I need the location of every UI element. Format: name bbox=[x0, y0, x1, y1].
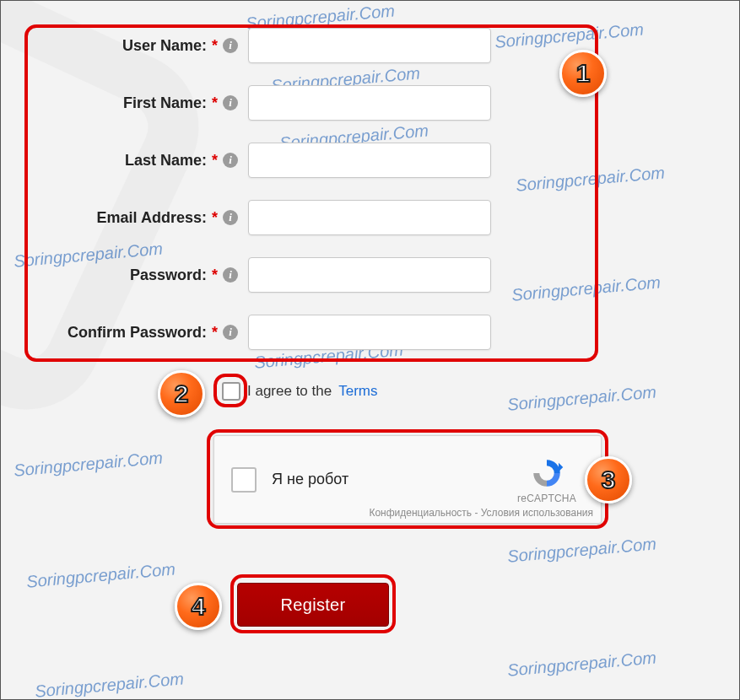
row-email: Email Address: * i bbox=[29, 201, 594, 234]
label-text: Last Name: bbox=[125, 152, 207, 170]
watermark: Soringpcrepair.Com bbox=[34, 669, 184, 700]
label-text: Password: bbox=[130, 267, 207, 284]
info-icon[interactable]: i bbox=[223, 267, 238, 283]
recaptcha-footer: Конфиденциальность - Условия использован… bbox=[213, 507, 602, 519]
info-icon[interactable]: i bbox=[223, 325, 238, 340]
recaptcha-branding: reCAPTCHA bbox=[505, 455, 589, 504]
recaptcha-label: Я не робот bbox=[272, 471, 505, 488]
recaptcha-separator: - bbox=[472, 507, 481, 519]
row-last-name: Last Name: * i bbox=[29, 143, 594, 177]
user-name-input[interactable] bbox=[248, 28, 491, 63]
label-password: Password: * i bbox=[29, 267, 248, 284]
recaptcha-logo-icon bbox=[529, 455, 564, 491]
watermark: Soringpcrepair.Com bbox=[506, 648, 656, 680]
row-confirm-password: Confirm Password: * i bbox=[29, 315, 594, 349]
email-input[interactable] bbox=[248, 200, 491, 235]
confirm-password-input[interactable] bbox=[248, 315, 491, 350]
terms-link[interactable]: Terms bbox=[338, 383, 377, 400]
label-text: User Name: bbox=[122, 37, 207, 55]
label-text: Confirm Password: bbox=[68, 324, 207, 342]
label-text: Email Address: bbox=[97, 209, 207, 227]
agree-checkbox[interactable] bbox=[222, 382, 240, 401]
row-password: Password: * i bbox=[29, 258, 594, 292]
label-email: Email Address: * i bbox=[29, 209, 248, 227]
last-name-input[interactable] bbox=[248, 143, 491, 178]
watermark: Soringpcrepair.Com bbox=[506, 534, 656, 566]
required-star-icon: * bbox=[212, 94, 218, 112]
password-input[interactable] bbox=[248, 257, 491, 293]
label-last-name: Last Name: * i bbox=[29, 152, 248, 170]
label-first-name: First Name: * i bbox=[29, 94, 248, 112]
info-icon[interactable]: i bbox=[223, 153, 238, 168]
recaptcha-checkbox[interactable] bbox=[231, 467, 257, 493]
terms-text: I agree to the bbox=[247, 383, 332, 400]
recaptcha-terms-link[interactable]: Условия использования bbox=[481, 507, 593, 519]
first-name-input[interactable] bbox=[248, 85, 491, 121]
watermark: Soringpcrepair.Com bbox=[506, 382, 656, 414]
recaptcha-privacy-link[interactable]: Конфиденциальность bbox=[369, 507, 472, 519]
label-text: First Name: bbox=[123, 94, 207, 112]
annotation-badge-2: 2 bbox=[158, 370, 205, 417]
info-icon[interactable]: i bbox=[223, 210, 238, 225]
required-star-icon: * bbox=[212, 267, 218, 284]
watermark: Soringpcrepair.Com bbox=[25, 559, 176, 591]
info-icon[interactable]: i bbox=[223, 95, 238, 110]
registration-form: User Name: * i First Name: * i Last Name… bbox=[29, 29, 594, 373]
svg-marker-0 bbox=[559, 462, 563, 471]
required-star-icon: * bbox=[212, 209, 218, 227]
required-star-icon: * bbox=[212, 152, 218, 170]
terms-row: I agree to the Terms bbox=[222, 382, 377, 401]
annotation-badge-4: 4 bbox=[175, 583, 222, 630]
required-star-icon: * bbox=[212, 37, 218, 55]
register-button[interactable]: Register bbox=[237, 583, 389, 627]
watermark: Soringpcrepair.Com bbox=[13, 448, 163, 480]
row-first-name: First Name: * i bbox=[29, 86, 594, 120]
recaptcha-brand-text: reCAPTCHA bbox=[505, 493, 589, 504]
label-confirm-password: Confirm Password: * i bbox=[29, 324, 248, 342]
row-user-name: User Name: * i bbox=[29, 29, 594, 62]
info-icon[interactable]: i bbox=[223, 38, 238, 53]
label-user-name: User Name: * i bbox=[29, 37, 248, 55]
required-star-icon: * bbox=[212, 324, 218, 342]
